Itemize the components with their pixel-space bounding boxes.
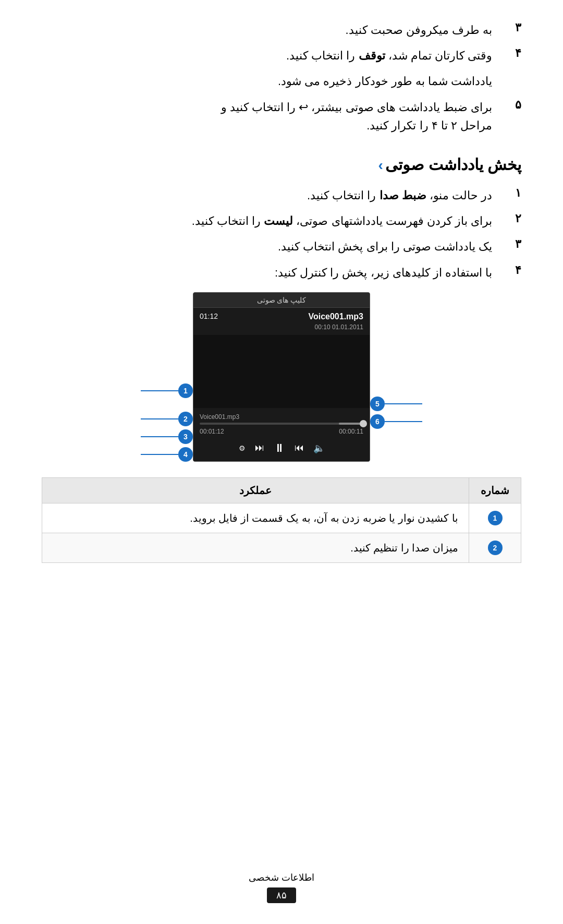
pause-button[interactable]: ⏸ [274, 441, 285, 455]
playback-steps: ۱ در حالت منو، ضبط صدا را انتخاب کنید. ۲… [42, 186, 521, 282]
step-text-4-sub: یادداشت شما به طور خودکار ذخیره می شود. [42, 72, 492, 90]
player-progress-fill [339, 423, 363, 425]
callout-5: 5 [370, 397, 385, 411]
page-container: ۳ به طرف میکروفن صحبت کنید. ۴ وقتی کارتا… [0, 0, 563, 924]
playback-step-number-3: ۳ [500, 237, 521, 251]
playback-step-text-1: در حالت منو، ضبط صدا را انتخاب کنید. [42, 186, 492, 205]
step-number-5: ۵ [500, 98, 521, 112]
section-title: پخش یادداشت صوتی [385, 156, 521, 173]
table-row: 2 میزان صدا را تنظیم کنید. [42, 533, 521, 562]
playback-step-1: ۱ در حالت منو، ضبط صدا را انتخاب کنید. [42, 186, 521, 205]
steps-section-top: ۳ به طرف میکروفن صحبت کنید. ۴ وقتی کارتا… [42, 21, 521, 135]
step-3: ۳ به طرف میکروفن صحبت کنید. [42, 21, 521, 39]
playback-step-number-1: ۱ [500, 186, 521, 200]
rewind-button[interactable]: ⏮ [295, 442, 304, 453]
table-header-row: شماره عملکرد [42, 477, 521, 503]
page-number: ۸۵ [267, 887, 296, 903]
forward-button[interactable]: ⏭ [255, 442, 264, 453]
playback-step-4: ۴ با استفاده از کلیدهای زیر، پخش را کنتر… [42, 263, 521, 282]
player-progress-bar[interactable] [200, 423, 363, 425]
playback-step-text-2: برای باز کردن فهرست یادداشتهای صوتی، لیس… [42, 212, 492, 230]
step-number-3: ۳ [500, 21, 521, 34]
playback-step-number-4: ۴ [500, 263, 521, 277]
player-progress-thumb [360, 420, 367, 427]
page-footer: اطلاعات شخصی ۸۵ [0, 872, 563, 903]
player-file-info: Voice001.mp3 01:12 [193, 308, 370, 323]
callout-1: 1 [178, 383, 193, 398]
info-table: شماره عملکرد 1 با کشیدن نوار یا ضربه زدن… [42, 477, 521, 563]
step-text-4: وقتی کارتان تمام شد، توقف را انتخاب کنید… [42, 46, 492, 65]
table-marker-1: 1 [488, 511, 503, 525]
player-file-duration: 01:12 [200, 312, 218, 320]
player-controls: 🔈 ⏮ ⏸ ⏭ ⚙ [200, 439, 363, 457]
player-time-row: 00:00:11 00:01:12 [200, 428, 363, 435]
step-text-3: به طرف میکروفن صحبت کنید. [42, 21, 492, 39]
callout-4: 4 [178, 447, 193, 462]
footer-text: اطلاعات شخصی [0, 872, 563, 883]
table-cell-number-2: 2 [469, 533, 521, 562]
callout-3: 3 [178, 429, 193, 444]
playback-step-text-4: با استفاده از کلیدهای زیر، پخش را کنترل … [42, 263, 492, 282]
player-current-time: 00:00:11 [339, 428, 363, 435]
player-track-label: Voice001.mp3 [200, 413, 239, 421]
table-cell-text-2: میزان صدا را تنظیم کنید. [42, 533, 469, 562]
player-total-time: 00:01:12 [200, 428, 224, 435]
table-header-number: شماره [469, 477, 521, 503]
callout-6: 6 [370, 414, 385, 429]
volume-button[interactable]: 🔈 [313, 442, 325, 454]
player-filename: Voice001.mp3 [308, 312, 363, 321]
callout-2: 2 [178, 412, 193, 426]
player-container: 1 2 3 4 5 [42, 292, 521, 462]
section-arrow: › [378, 157, 383, 173]
player-date: 01.01.2011 00:10 [193, 323, 370, 335]
step-5: ۵ برای ضبط یادداشت های صوتی بیشتر، ↩ را … [42, 98, 521, 135]
table-marker-2: 2 [488, 541, 503, 555]
playback-step-3: ۳ یک یادداشت صوتی را برای پخش انتخاب کنی… [42, 237, 521, 256]
player-screen [193, 335, 370, 408]
playback-step-text-3: یک یادداشت صوتی را برای پخش انتخاب کنید. [42, 237, 492, 256]
table-cell-text-1: با کشیدن نوار یا ضربه زدن به آن، به یک ق… [42, 503, 469, 533]
table-cell-number-1: 1 [469, 503, 521, 533]
player-track-info: Voice001.mp3 [200, 413, 363, 421]
step-4: ۴ وقتی کارتان تمام شد، توقف را انتخاب کن… [42, 46, 521, 65]
step-4-sub: یادداشت شما به طور خودکار ذخیره می شود. [42, 72, 521, 90]
table-row: 1 با کشیدن نوار یا ضربه زدن به آن، به یک… [42, 503, 521, 533]
player-bottom: Voice001.mp3 00:00:11 00:01:12 [193, 408, 370, 461]
table-header-function: عملکرد [42, 477, 469, 503]
player-box: کلیپ های صوتی Voice001.mp3 01:12 01.01.2… [193, 292, 370, 462]
step-text-5: برای ضبط یادداشت های صوتی بیشتر، ↩ را ان… [42, 98, 492, 135]
player-header: کلیپ های صوتی [193, 293, 370, 308]
section-heading: پخش یادداشت صوتی › [42, 155, 521, 174]
settings-button[interactable]: ⚙ [239, 444, 246, 452]
playback-step-number-2: ۲ [500, 212, 521, 225]
step-number-4: ۴ [500, 46, 521, 60]
playback-step-2: ۲ برای باز کردن فهرست یادداشتهای صوتی، ل… [42, 212, 521, 230]
player-wrapper: 1 2 3 4 5 [193, 292, 370, 462]
